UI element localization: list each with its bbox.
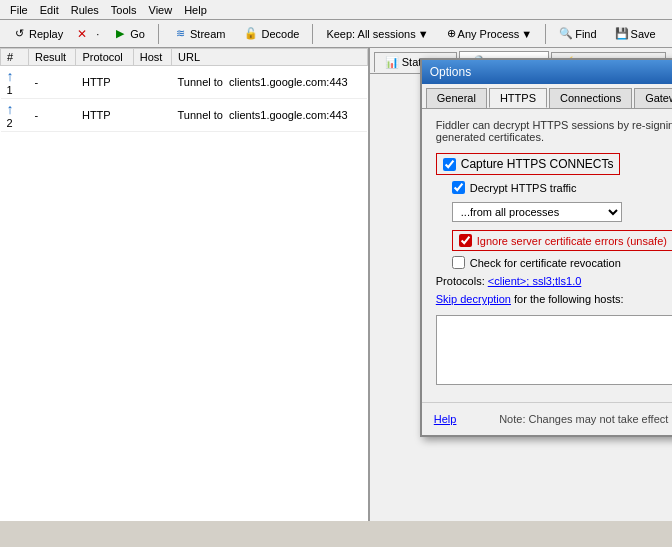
col-protocol: Protocol [76, 49, 133, 66]
menu-file[interactable]: File [4, 4, 34, 16]
save-button[interactable]: 💾 Save [608, 24, 663, 43]
replay-icon: ↺ [11, 26, 27, 42]
separator-2 [312, 24, 313, 44]
menu-rules[interactable]: Rules [65, 4, 105, 16]
revocation-row: Check for certificate revocation [452, 256, 672, 269]
keep-button[interactable]: Keep: All sessions ▼ [319, 25, 435, 43]
cell-result-1: - [29, 66, 76, 99]
cell-url-1: Tunnel to clients1.google.com:443 [172, 66, 368, 99]
help-link[interactable]: Help [434, 413, 457, 425]
cell-result-2: - [29, 99, 76, 132]
decode-button[interactable]: 🔓 Decode [236, 23, 306, 45]
menu-help[interactable]: Help [178, 4, 213, 16]
protocols-link[interactable]: <client>; ssl3;tls1.0 [488, 275, 582, 287]
dialog-title: Options [430, 65, 471, 79]
footer-note: Note: Changes may not take effect until … [499, 413, 672, 425]
dropdown-row: ...from all processes [452, 202, 672, 222]
ignore-checkbox[interactable] [459, 234, 472, 247]
options-dialog: Options ✕ General HTTPS Connections Gate… [420, 58, 672, 437]
decrypt-section: Decrypt HTTPS traffic ...from all proces… [452, 181, 672, 269]
separator-dot: · [96, 28, 99, 40]
up-arrow-1: ↑ [7, 68, 14, 84]
stream-icon: ≋ [172, 26, 188, 42]
cell-host-1 [133, 66, 171, 99]
skip-line: Skip decryption for the following hosts: [436, 293, 672, 305]
sessions-panel: # Result Protocol Host URL ↑ 1 - HTTP Tu… [0, 48, 370, 521]
toolbar: ↺ Replay ✕ · ▶ Go ≋ Stream 🔓 Decode Keep… [0, 20, 672, 48]
replay-button[interactable]: ↺ Replay [4, 23, 70, 45]
process-icon: ⊕ [447, 27, 456, 40]
save-icon: 💾 [615, 27, 629, 40]
dialog-titlebar: Options ✕ [422, 60, 672, 84]
find-icon: 🔍 [559, 27, 573, 40]
dialog-tab-gateway[interactable]: Gateway [634, 88, 672, 108]
skip-decryption-link[interactable]: Skip decryption [436, 293, 511, 305]
stream-button[interactable]: ≋ Stream [165, 23, 232, 45]
menu-tools[interactable]: Tools [105, 4, 143, 16]
menubar: File Edit Rules Tools View Help [0, 0, 672, 20]
protocols-line: Protocols: <client>; ssl3;tls1.0 [436, 275, 672, 287]
decrypt-label: Decrypt HTTPS traffic [470, 182, 577, 194]
dialog-overlay: Options ✕ General HTTPS Connections Gate… [370, 48, 672, 521]
separator-3 [545, 24, 546, 44]
dialog-footer: Help Note: Changes may not take effect u… [422, 402, 672, 435]
dialog-content: Fiddler can decrypt HTTPS sessions by re… [422, 109, 672, 402]
col-url: URL [172, 49, 368, 66]
right-panel: 📊 Statistics 🔎 Inspectors ⚡ AutoResponde… [370, 48, 672, 521]
process-button[interactable]: ⊕ Any Process ▼ [440, 24, 540, 43]
dialog-description: Fiddler can decrypt HTTPS sessions by re… [436, 119, 672, 143]
up-arrow-2: ↑ [7, 101, 14, 117]
go-icon: ▶ [112, 26, 128, 42]
dialog-tabs: General HTTPS Connections Gateway Appear… [422, 84, 672, 109]
menu-view[interactable]: View [143, 4, 179, 16]
hosts-textarea[interactable] [436, 315, 672, 385]
cell-host-2 [133, 99, 171, 132]
cell-protocol-1: HTTP [76, 66, 133, 99]
table-row[interactable]: ↑ 2 - HTTP Tunnel to clients1.google.com… [1, 99, 368, 132]
process-dropdown-icon: ▼ [521, 28, 532, 40]
sessions-table: # Result Protocol Host URL ↑ 1 - HTTP Tu… [0, 48, 368, 132]
menu-edit[interactable]: Edit [34, 4, 65, 16]
go-button[interactable]: ▶ Go [105, 23, 152, 45]
x-icon: ✕ [74, 26, 90, 42]
dialog-tab-connections[interactable]: Connections [549, 88, 632, 108]
revocation-checkbox[interactable] [452, 256, 465, 269]
cell-num: ↑ 1 [1, 66, 29, 99]
ignore-label: Ignore server certificate errors (unsafe… [477, 235, 667, 247]
separator-1 [158, 24, 159, 44]
cell-url-2: Tunnel to clients1.google.com:443 [172, 99, 368, 132]
keep-dropdown-icon: ▼ [418, 28, 429, 40]
decrypt-row: Decrypt HTTPS traffic [452, 181, 672, 194]
cell-protocol-2: HTTP [76, 99, 133, 132]
main-area: # Result Protocol Host URL ↑ 1 - HTTP Tu… [0, 48, 672, 521]
dialog-tab-https[interactable]: HTTPS [489, 88, 547, 108]
dialog-tab-general[interactable]: General [426, 88, 487, 108]
capture-label: Capture HTTPS CONNECTs [461, 157, 614, 171]
process-dropdown[interactable]: ...from all processes [452, 202, 622, 222]
find-button[interactable]: 🔍 Find [552, 24, 603, 43]
col-num: # [1, 49, 29, 66]
cell-num-2: ↑ 2 [1, 99, 29, 132]
capture-checkbox[interactable] [443, 158, 456, 171]
col-result: Result [29, 49, 76, 66]
revocation-label: Check for certificate revocation [470, 257, 621, 269]
decrypt-checkbox[interactable] [452, 181, 465, 194]
table-row[interactable]: ↑ 1 - HTTP Tunnel to clients1.google.com… [1, 66, 368, 99]
decode-icon: 🔓 [243, 26, 259, 42]
ignore-section: Ignore server certificate errors (unsafe… [452, 230, 672, 251]
capture-section: Capture HTTPS CONNECTs [436, 153, 621, 175]
col-host: Host [133, 49, 171, 66]
